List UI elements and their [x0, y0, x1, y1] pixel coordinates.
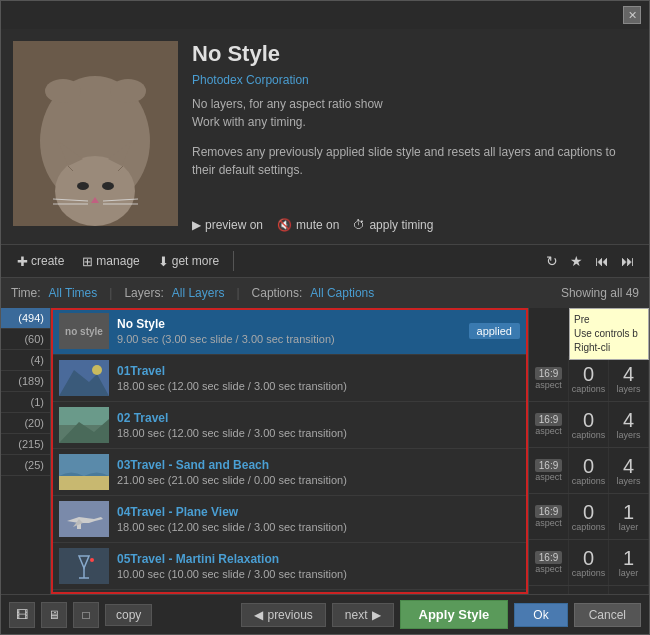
list-item[interactable]: 05Travel - Martini Relaxation 10.00 sec …	[51, 543, 528, 590]
showing-label: Showing all 49	[561, 286, 639, 300]
next-button[interactable]: next ▶	[332, 603, 394, 627]
meta-captions: 0 captions	[569, 586, 609, 594]
sidebar-item-2[interactable]: (4)	[1, 350, 50, 371]
svg-point-6	[102, 182, 114, 190]
time-filter-value[interactable]: All Times	[49, 286, 98, 300]
sidebar-item-6[interactable]: (215)	[1, 434, 50, 455]
item-thumbnail	[59, 501, 109, 537]
left-sidebar: (494) (60) (4) (189) (1) (20) (215) (25)	[1, 308, 51, 594]
time-filter-label: Time:	[11, 286, 41, 300]
mute-icon: 🔇	[277, 218, 292, 232]
meta-captions: 0 captions	[569, 402, 609, 447]
sidebar-item-5[interactable]: (20)	[1, 413, 50, 434]
toolbar-separator	[233, 251, 234, 271]
meta-captions: 0 captions	[569, 540, 609, 585]
right-arrow-icon: ▶	[372, 608, 381, 622]
layers-filter-value[interactable]: All Layers	[172, 286, 225, 300]
item-timing: 18.00 sec (12.00 sec slide / 3.00 sec tr…	[117, 521, 520, 533]
preview-controls: ▶ preview on 🔇 mute on ⏱ apply timing	[192, 210, 637, 232]
preview-image	[13, 41, 178, 226]
meta-aspect: 16:9 aspect	[529, 586, 569, 594]
film-icon-button[interactable]: 🎞	[9, 602, 35, 628]
square-icon: □	[82, 608, 89, 622]
item-timing: 18.00 sec (12.00 sec slide / 3.00 sec tr…	[117, 380, 520, 392]
item-timing: 21.00 sec (21.00 sec slide / 0.00 sec tr…	[117, 474, 520, 486]
meta-aspect: 16:9 aspect	[529, 540, 569, 585]
title-bar: ✕	[1, 1, 649, 29]
item-timing: 9.00 sec (3.00 sec slide / 3.00 sec tran…	[117, 333, 461, 345]
meta-layers: 2 layers	[609, 586, 649, 594]
list-item[interactable]: 06Travel - Plane and Earth & Caption 18.…	[51, 590, 528, 594]
item-thumbnail	[59, 548, 109, 584]
apply-style-button[interactable]: Apply Style	[400, 600, 509, 629]
sidebar-item-4[interactable]: (1)	[1, 392, 50, 413]
item-name: No Style	[117, 317, 461, 331]
style-desc: No layers, for any aspect ratio show Wor…	[192, 95, 637, 131]
svg-rect-23	[59, 476, 109, 490]
item-info: 02 Travel 18.00 sec (12.00 sec slide / 3…	[117, 411, 520, 439]
item-info: No Style 9.00 sec (3.00 sec slide / 3.00…	[117, 317, 461, 345]
style-title: No Style	[192, 41, 637, 67]
item-thumbnail	[59, 407, 109, 443]
list-item[interactable]: 03Travel - Sand and Beach 21.00 sec (21.…	[51, 449, 528, 496]
mute-on-button[interactable]: 🔇 mute on	[277, 218, 339, 232]
item-thumbnail	[59, 360, 109, 396]
svg-point-18	[92, 365, 102, 375]
get-more-button[interactable]: ⬇ get more	[152, 251, 225, 272]
ok-button[interactable]: Ok	[514, 603, 567, 627]
refresh-icon[interactable]: ↻	[542, 251, 562, 271]
left-arrow-icon: ◀	[254, 608, 263, 622]
svg-point-9	[110, 79, 146, 103]
skip-forward-icon[interactable]: ⏭	[617, 251, 639, 271]
item-info: 03Travel - Sand and Beach 21.00 sec (21.…	[117, 458, 520, 486]
sidebar-item-1[interactable]: (60)	[1, 329, 50, 350]
captions-filter-value[interactable]: All Captions	[310, 286, 374, 300]
item-info: 01Travel 18.00 sec (12.00 sec slide / 3.…	[117, 364, 520, 392]
download-icon: ⬇	[158, 254, 169, 269]
bottom-bar: 🎞 🖥 □ copy ◀ previous next ▶ Apply Style…	[1, 594, 649, 634]
info-panel: No Style Photodex Corporation No layers,…	[192, 41, 637, 232]
item-timing: 18.00 sec (12.00 sec slide / 3.00 sec tr…	[117, 427, 520, 439]
close-button[interactable]: ✕	[623, 6, 641, 24]
meta-row: 16:9 aspect 0 captions 1 layer	[529, 494, 649, 540]
apply-timing-button[interactable]: ⏱ apply timing	[353, 218, 433, 232]
toolbar-row: ✚ create ⊞ manage ⬇ get more ↻ ★ ⏮ ⏭	[1, 244, 649, 278]
list-item[interactable]: 04Travel - Plane View 18.00 sec (12.00 s…	[51, 496, 528, 543]
svg-point-5	[77, 182, 89, 190]
item-name: 03Travel - Sand and Beach	[117, 458, 520, 472]
previous-button[interactable]: ◀ previous	[241, 603, 325, 627]
meta-captions: 0 captions	[569, 494, 609, 539]
top-section: No Style Photodex Corporation No layers,…	[1, 29, 649, 244]
skip-back-icon[interactable]: ⏮	[591, 251, 613, 271]
monitor-icon-button[interactable]: 🖥	[41, 602, 67, 628]
star-icon[interactable]: ★	[566, 251, 587, 271]
copy-button[interactable]: copy	[105, 604, 152, 626]
manage-button[interactable]: ⊞ manage	[76, 251, 145, 272]
svg-rect-20	[59, 407, 109, 425]
create-button[interactable]: ✚ create	[11, 251, 70, 272]
sidebar-item-0[interactable]: (494)	[1, 308, 50, 329]
cancel-button[interactable]: Cancel	[574, 603, 641, 627]
content-area: (494) (60) (4) (189) (1) (20) (215) (25)…	[1, 308, 649, 594]
list-item[interactable]: no style No Style 9.00 sec (3.00 sec sli…	[51, 308, 528, 355]
item-timing: 10.00 sec (10.00 sec slide / 3.00 sec tr…	[117, 568, 520, 580]
meta-aspect: 16:9 aspect	[529, 448, 569, 493]
meta-captions: 0 captions	[569, 448, 609, 493]
list-item[interactable]: 02 Travel 18.00 sec (12.00 sec slide / 3…	[51, 402, 528, 449]
style-author: Photodex Corporation	[192, 73, 637, 87]
item-thumbnail	[59, 454, 109, 490]
grid-icon: ⊞	[82, 254, 93, 269]
square-icon-button[interactable]: □	[73, 602, 99, 628]
item-name: 02 Travel	[117, 411, 520, 425]
item-info: 04Travel - Plane View 18.00 sec (12.00 s…	[117, 505, 520, 533]
item-name: 04Travel - Plane View	[117, 505, 520, 519]
preview-on-button[interactable]: ▶ preview on	[192, 218, 263, 232]
play-icon: ▶	[192, 218, 201, 232]
sidebar-item-3[interactable]: (189)	[1, 371, 50, 392]
applied-badge: applied	[469, 323, 520, 339]
item-info: 05Travel - Martini Relaxation 10.00 sec …	[117, 552, 520, 580]
list-item[interactable]: 01Travel 18.00 sec (12.00 sec slide / 3.…	[51, 355, 528, 402]
sidebar-item-7[interactable]: (25)	[1, 455, 50, 476]
meta-captions: 0 captions	[569, 356, 609, 401]
main-window: ✕	[0, 0, 650, 635]
